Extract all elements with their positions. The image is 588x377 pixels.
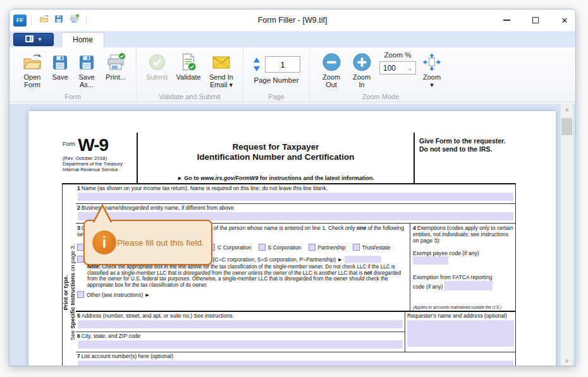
- submit-button[interactable]: Submit: [142, 50, 171, 81]
- ribbon: Open Form Save Save As... Print...: [9, 47, 575, 102]
- w9-line5-6-row: 5Address (number, street, and apt. or su…: [76, 312, 515, 352]
- checkbox-icon: [309, 244, 315, 251]
- zoom-percent-value: 100: [383, 64, 396, 73]
- w9-line5-cell: 5Address (number, street, and apt. or su…: [76, 312, 405, 332]
- sidebar-print-or-type: Print or type.: [63, 220, 70, 365]
- page-number-input[interactable]: [265, 56, 300, 73]
- quick-open-button[interactable]: [37, 14, 50, 27]
- validate-icon: [179, 52, 198, 73]
- ribbon-group-page: Page Number Page: [243, 47, 310, 102]
- group-label-validate-submit: Validate and Submit: [137, 93, 243, 100]
- save-button[interactable]: Save: [48, 50, 72, 81]
- divider: [86, 15, 87, 25]
- submit-icon: [147, 52, 167, 73]
- group-label-page: Page: [243, 93, 309, 100]
- open-form-button[interactable]: Open Form: [18, 50, 47, 88]
- zoom-mode-button[interactable]: Zoom ▾: [419, 50, 444, 88]
- w9-llc-note: Note: Check the appropriate box in the l…: [87, 264, 408, 288]
- zoom-fit-icon: [422, 52, 441, 73]
- requester-field[interactable]: [407, 320, 514, 347]
- account-numbers-field[interactable]: [78, 361, 513, 366]
- w9-form-number-block: Form W-9 (Rev. October 2018) Department …: [62, 133, 137, 183]
- city-state-zip-field[interactable]: [78, 340, 403, 349]
- save-icon: [51, 52, 70, 73]
- document-viewer: Form W-9 (Rev. October 2018) Department …: [9, 104, 575, 366]
- w9-title: Request for Taxpayer Identification Numb…: [138, 142, 413, 162]
- title-bar: FF Form Filler - [W9.tif] ✕: [9, 9, 575, 31]
- w9-line4-cell: 4Exemptions (codes apply only to certain…: [410, 224, 515, 311]
- document-page: Form W-9 (Rev. October 2018) Department …: [28, 111, 556, 366]
- save-as-button[interactable]: Save As...: [73, 50, 100, 88]
- checkbox-trust-estate[interactable]: Trust/estate: [353, 244, 391, 251]
- w9-line6-cell: 6City, state, and ZIP code: [76, 332, 405, 352]
- w9-header: Form W-9 (Rev. October 2018) Department …: [62, 133, 516, 184]
- name-field[interactable]: [78, 193, 513, 201]
- print-icon: [106, 52, 126, 73]
- w9-line1-row: 1Name (as shown on your income tax retur…: [76, 184, 515, 204]
- page-up-button[interactable]: [252, 57, 261, 64]
- ribbon-group-validate-submit: Submit Validate Send In Email ▾ Validate…: [137, 47, 243, 102]
- validation-tooltip: i Please fill out this field.: [83, 220, 212, 265]
- open-folder-icon: [22, 52, 42, 73]
- group-label-zoom-mode: Zoom Mode: [310, 93, 451, 100]
- zoom-out-button[interactable]: Zoom Out: [317, 50, 346, 88]
- page-down-button[interactable]: [252, 66, 261, 73]
- triangle-down-icon: [254, 66, 260, 71]
- page-number-label: Page Number: [254, 76, 299, 84]
- w9-line7-row: 7List account number(s) here (optional): [76, 352, 515, 366]
- close-button[interactable]: ✕: [560, 16, 569, 25]
- quick-print-button[interactable]: [68, 14, 80, 27]
- zoom-in-icon: [352, 52, 372, 73]
- save-as-icon: [77, 52, 96, 73]
- print-icon: [69, 14, 80, 27]
- chevron-down-icon: ⌄: [407, 65, 412, 71]
- info-icon: i: [92, 230, 116, 254]
- zoom-in-button[interactable]: Zoom In: [347, 50, 376, 88]
- w9-give-form-block: Give Form to the requester. Do not send …: [415, 133, 516, 183]
- w9-sidebar: Print or type. See Specific Instructions…: [63, 184, 76, 366]
- checkbox-other[interactable]: Other (see instructions) ►: [77, 291, 408, 298]
- w9-requester-cell: Requester’s name and address (optional): [405, 312, 515, 352]
- maximize-button[interactable]: [531, 16, 540, 25]
- checkbox-c-corporation[interactable]: C Corporation: [208, 244, 252, 251]
- tab-home[interactable]: Home: [61, 32, 104, 47]
- app-window: FF Form Filler - [W9.tif] ✕: [9, 9, 576, 366]
- ribbon-group-zoom-mode: Zoom Out Zoom In Zoom % 100 ⌄ Zoom ▾: [310, 47, 451, 102]
- fatca-code-field[interactable]: [444, 281, 493, 290]
- ribbon-tab-row: ▼ Home: [9, 31, 575, 47]
- checkbox-icon: [259, 244, 266, 251]
- address-field[interactable]: [78, 320, 403, 328]
- scroll-down-button[interactable]: ∨: [561, 355, 573, 366]
- quick-save-button[interactable]: [52, 14, 65, 27]
- open-folder-icon: [39, 14, 49, 27]
- print-button[interactable]: Print...: [101, 50, 130, 81]
- divider: [31, 15, 32, 25]
- minimize-button[interactable]: [502, 16, 511, 25]
- scrollbar-thumb[interactable]: [561, 118, 572, 135]
- tooltip-message: Please fill out this field.: [116, 238, 205, 248]
- app-logo-icon[interactable]: FF: [13, 15, 27, 27]
- applies-note: (Applies to accounts maintained outside …: [413, 305, 514, 309]
- validate-button[interactable]: Validate: [173, 50, 204, 81]
- scroll-up-button[interactable]: ∧: [561, 104, 573, 115]
- ribbon-group-form: Open Form Save Save As... Print...: [9, 47, 137, 102]
- zoom-out-icon: [322, 52, 341, 73]
- triangle-up-icon: [254, 57, 260, 63]
- window-title: Form Filler - [W9.tif]: [9, 16, 575, 25]
- w9-form-name: W-9: [78, 135, 108, 155]
- zoom-percent-select[interactable]: 100 ⌄: [379, 61, 416, 75]
- vertical-scrollbar[interactable]: ∧ ∨: [561, 104, 573, 366]
- app-menu-icon: [25, 34, 34, 45]
- send-in-email-button[interactable]: Send In Email ▾: [205, 50, 237, 88]
- w9-goto-line: ► Go to www.irs.gov/FormW9 for instructi…: [138, 175, 413, 181]
- exempt-payee-code-field[interactable]: [413, 256, 448, 265]
- w9-title-block: Request for Taxpayer Identification Numb…: [137, 133, 415, 183]
- checkbox-partnership[interactable]: Partnership: [309, 244, 346, 251]
- email-icon: [211, 52, 231, 73]
- checkbox-icon: [353, 244, 360, 251]
- checkbox-s-corporation[interactable]: S Corporation: [259, 244, 302, 251]
- application-menu-button[interactable]: ▼: [13, 33, 54, 46]
- save-icon: [54, 14, 64, 27]
- llc-classification-field[interactable]: [345, 256, 381, 263]
- checkbox-icon: [77, 291, 84, 298]
